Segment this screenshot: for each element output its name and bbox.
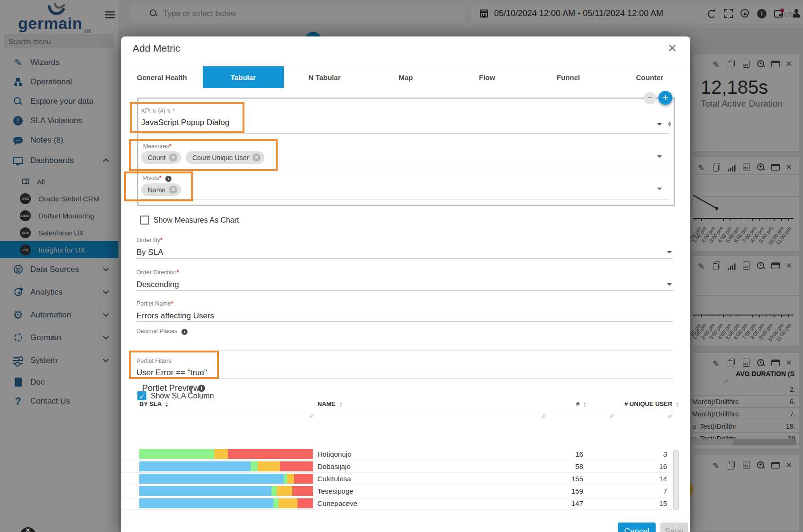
measures-label: Measures* xyxy=(143,143,171,150)
sla-segment-red xyxy=(298,498,313,508)
column-header-name[interactable]: NAME ▲▼ xyxy=(317,400,343,407)
sla-segment-green xyxy=(273,498,279,508)
cell-name: Culetulesa xyxy=(317,475,351,483)
kpi-value[interactable]: JavaScript Popup Dialog xyxy=(141,118,229,127)
show-measures-as-chart-checkbox[interactable] xyxy=(140,216,149,225)
vertical-scrollbar[interactable] xyxy=(673,450,679,510)
sla-segment-red xyxy=(294,474,313,484)
cell-unique-user: 14 xyxy=(659,475,667,483)
info-icon[interactable]: i xyxy=(165,176,171,182)
chevron-down-icon[interactable] xyxy=(657,188,662,192)
sla-segment-blue xyxy=(139,498,273,508)
tab-general-health[interactable]: General Health xyxy=(121,66,203,88)
add-metric-dialog: Add Metric ✕ General HealthTabularN Tabu… xyxy=(121,36,690,532)
remove-chip-icon[interactable]: ✕ xyxy=(169,186,177,194)
cell-unique-user: 7 xyxy=(663,487,667,495)
sla-segment-blue xyxy=(139,474,284,484)
sort-toggle-icon[interactable]: ⇅ xyxy=(167,108,171,114)
portlet-filters-label: Portlet Filters xyxy=(136,358,171,364)
pivot-chip-name[interactable]: Name ✕ xyxy=(141,183,181,196)
tab-flow[interactable]: Flow xyxy=(446,66,528,88)
table-row[interactable]: Dobasijajo5816 xyxy=(121,460,680,473)
portlet-name-label: Portlet Name* xyxy=(136,300,173,307)
sort-icon: ▲▼ xyxy=(676,402,679,407)
cell-count: 58 xyxy=(575,462,583,470)
cancel-button[interactable]: Cancel xyxy=(618,523,656,532)
sla-segment-green xyxy=(271,486,277,496)
cell-name: Hotiqonujo xyxy=(317,450,352,458)
sla-stacked-bar xyxy=(139,486,313,496)
remove-chip-icon[interactable]: ✕ xyxy=(253,153,261,162)
add-kpi-button[interactable]: + xyxy=(659,91,672,105)
sla-segment-red xyxy=(280,461,313,471)
remove-chip-icon[interactable]: ✕ xyxy=(169,153,177,162)
sla-stacked-bar xyxy=(139,461,313,471)
decimal-places-label: Decimal Places i xyxy=(136,328,188,335)
table-row[interactable]: Tesesipoge1597 xyxy=(121,485,680,497)
table-row[interactable]: Hotiqonujo163 xyxy=(121,448,680,460)
filter-funnel-icon[interactable] xyxy=(188,386,194,393)
chip-label: Count xyxy=(148,154,165,162)
save-button[interactable]: Save xyxy=(660,523,688,532)
portlet-name-input[interactable]: Errors affecting Users xyxy=(136,311,214,321)
measure-chip-count-unique-user[interactable]: Count Unique User ✕ xyxy=(186,151,264,164)
sla-segment-yellow xyxy=(277,486,292,496)
close-icon[interactable]: ✕ xyxy=(668,42,677,55)
sla-segment-green xyxy=(139,449,214,459)
tab-n-tabular[interactable]: N Tabular xyxy=(284,66,365,88)
measure-chip-count[interactable]: Count ✕ xyxy=(141,151,181,164)
cell-name: Cunepaceve xyxy=(317,499,357,507)
column-resize-handle[interactable]: // xyxy=(308,414,315,419)
tab-counter[interactable]: Counter xyxy=(609,66,690,88)
pivots-label: Pivots* i xyxy=(143,175,171,182)
cell-name: Dobasijajo xyxy=(317,462,351,470)
chip-label: Name xyxy=(148,186,165,194)
chevron-down-icon[interactable] xyxy=(667,251,672,256)
column-header-unique-user[interactable]: # UNIQUE USER ▲▼ xyxy=(624,400,679,407)
column-header-count[interactable]: # ▲▼ xyxy=(576,400,586,407)
sla-segment-yellow xyxy=(214,449,228,459)
cell-name: Tesesipoge xyxy=(317,487,353,495)
sla-segment-green xyxy=(251,461,258,471)
chevron-down-icon[interactable] xyxy=(667,283,672,288)
info-icon[interactable]: i xyxy=(198,385,205,392)
tab-funnel[interactable]: Funnel xyxy=(528,66,609,88)
order-direction-select[interactable]: Descending xyxy=(136,280,179,289)
portlet-filters-input[interactable]: User Error == "true" xyxy=(136,368,207,378)
tab-map[interactable]: Map xyxy=(365,66,447,88)
cell-unique-user: 16 xyxy=(659,462,667,470)
table-row[interactable]: Culetulesa15514 xyxy=(121,473,680,485)
column-resize-handle[interactable]: // xyxy=(609,414,615,419)
sla-stacked-bar xyxy=(139,498,313,508)
sla-segment-red xyxy=(228,449,313,459)
sla-segment-blue xyxy=(139,461,251,471)
column-resize-handle[interactable]: // xyxy=(541,414,547,419)
column-resize-handle[interactable]: // xyxy=(667,414,674,419)
cell-unique-user: 15 xyxy=(659,499,667,507)
metric-type-tabs: General HealthTabularN TabularMapFlowFun… xyxy=(121,66,690,88)
cell-count: 159 xyxy=(571,487,583,495)
sla-stacked-bar xyxy=(139,449,313,459)
cell-count: 155 xyxy=(571,475,583,483)
tab-tabular[interactable]: Tabular xyxy=(203,66,284,88)
sla-segment-blue xyxy=(139,486,271,496)
table-row[interactable]: Cunepaceve14715 xyxy=(121,497,680,510)
column-header-by-sla[interactable]: BY SLA ▲▼ xyxy=(139,400,169,407)
show-measures-as-chart-label: Show Measures As Chart xyxy=(153,216,239,225)
sla-stacked-bar xyxy=(139,474,313,484)
chip-label: Count Unique User xyxy=(192,154,249,162)
info-icon[interactable]: i xyxy=(181,329,188,335)
dialog-title: Add Metric xyxy=(133,43,180,54)
chevron-down-icon[interactable] xyxy=(657,155,662,160)
order-by-select[interactable]: By SLA xyxy=(136,248,163,257)
cell-count: 147 xyxy=(571,499,583,507)
sla-segment-yellow xyxy=(258,461,280,471)
order-direction-label: Order Direction* xyxy=(136,269,179,276)
remove-kpi-button[interactable]: − xyxy=(644,92,656,104)
sla-segment-yellow xyxy=(279,498,298,508)
sla-segment-yellow xyxy=(287,474,294,484)
chevron-down-icon[interactable] xyxy=(657,123,662,128)
number-spinner[interactable]: ▲▼ xyxy=(667,121,672,126)
sort-icon: ▲▼ xyxy=(339,402,343,407)
sort-toggle-icon[interactable]: ⇅ xyxy=(153,108,156,114)
